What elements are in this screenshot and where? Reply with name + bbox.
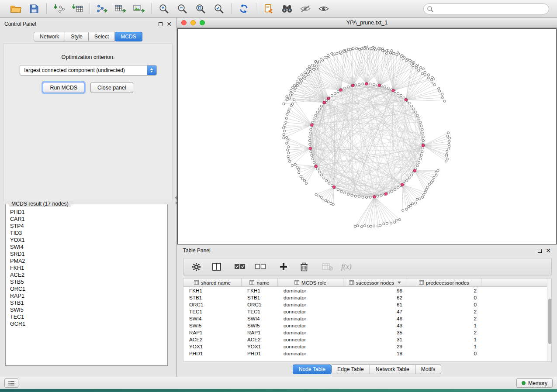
delete-table-icon	[322, 262, 333, 271]
close-panel-icon[interactable]: ✕	[166, 21, 172, 27]
tab-edge-table[interactable]: Edge Table	[332, 364, 370, 374]
table-row[interactable]: PHD1PHD1dominator180	[183, 350, 551, 357]
mcds-result-item[interactable]: STP4	[10, 223, 164, 230]
column-label: successor nodes	[356, 280, 394, 285]
network-nodes[interactable]	[282, 46, 450, 228]
column-header-successor-nodes[interactable]: successor nodes	[343, 279, 407, 286]
mcds-panel: Optimization criterion: largest connecte…	[3, 43, 173, 202]
export-network-button[interactable]	[96, 2, 109, 15]
import-table-button[interactable]	[71, 2, 84, 15]
tab-node-table[interactable]: Node Table	[293, 364, 332, 374]
network-titlebar[interactable]: YPA_prune.txt_1	[177, 18, 557, 28]
close-panel-button[interactable]: Close panel	[90, 82, 133, 93]
table-row[interactable]: ACE2ACE2connector311	[183, 336, 551, 343]
tab-select[interactable]: Select	[89, 32, 115, 41]
deselect-all-button[interactable]	[254, 260, 267, 273]
table-cell: 2	[407, 288, 481, 293]
mcds-result-item[interactable]: FKH1	[10, 265, 164, 272]
column-header-predecessor-nodes[interactable]: predecessor nodes	[407, 279, 481, 286]
add-column-button[interactable]	[277, 260, 290, 273]
task-list-icon	[8, 381, 15, 386]
table-cell: STB1	[183, 295, 242, 300]
zoom-in-button[interactable]	[157, 2, 170, 15]
mcds-result-item[interactable]: SWI5	[10, 306, 164, 313]
zoom-selected-button[interactable]	[212, 2, 225, 15]
run-mcds-button[interactable]: Run MCDS	[43, 82, 84, 93]
mcds-result-item[interactable]: PMA2	[10, 258, 164, 265]
open-session-button[interactable]	[9, 2, 22, 15]
tab-network[interactable]: Network	[34, 32, 65, 41]
mcds-result-item[interactable]: CAR1	[10, 216, 164, 223]
table-row[interactable]: ORC1ORC1dominator610	[183, 301, 551, 308]
show-graphics-button[interactable]	[317, 2, 330, 15]
splitter-handle[interactable]	[174, 196, 180, 206]
mcds-result-item[interactable]: STB5	[10, 279, 164, 285]
zoom-fit-button[interactable]	[194, 2, 207, 15]
select-all-button[interactable]	[233, 260, 246, 273]
sort-caret-icon[interactable]	[398, 282, 401, 284]
hide-annotations-button[interactable]	[299, 2, 312, 15]
mcds-result-item[interactable]: SWI4	[10, 244, 164, 251]
mcds-result-item[interactable]: TID3	[10, 230, 164, 237]
import-network-button[interactable]	[52, 2, 66, 15]
mcds-result-item[interactable]: SRD1	[10, 251, 164, 258]
refresh-button[interactable]	[237, 2, 250, 15]
search-input[interactable]	[423, 3, 549, 14]
task-history-button[interactable]	[4, 378, 18, 388]
table-cell: 1	[407, 323, 481, 328]
show-columns-button[interactable]	[210, 260, 223, 273]
table-settings-button[interactable]	[190, 260, 203, 273]
mcds-result-item[interactable]: RAP1	[10, 292, 164, 299]
table-cell: 2	[407, 330, 481, 335]
network-view[interactable]	[177, 28, 557, 244]
table-row[interactable]: RAP1RAP1dominator352	[183, 329, 551, 336]
table-row[interactable]: STB1STB1dominator620	[183, 294, 551, 301]
memory-button[interactable]: Memory	[516, 378, 553, 388]
mcds-result-item[interactable]: ACE2	[10, 272, 164, 279]
network-graph[interactable]	[178, 29, 556, 244]
mcds-result-item[interactable]: GCR1	[10, 320, 164, 327]
table-cell: 0	[407, 302, 481, 307]
export-table-button[interactable]	[114, 2, 127, 15]
float-panel-icon[interactable]	[159, 22, 163, 26]
table-row[interactable]: FKH1FKH1dominator962	[183, 287, 551, 294]
table-cell: 2	[407, 316, 481, 321]
mcds-result-item[interactable]: YOX1	[10, 237, 164, 244]
column-header-filler	[481, 279, 551, 286]
tab-mcds[interactable]: MCDS	[115, 32, 142, 41]
clone-network-button[interactable]	[262, 2, 275, 15]
scrollbar-thumb[interactable]	[548, 299, 551, 344]
table-cell: RAP1	[183, 330, 242, 335]
table-row[interactable]: SWI5SWI5connector431	[183, 322, 551, 329]
table-cell: 0	[407, 351, 481, 356]
memory-label: Memory	[528, 380, 547, 386]
mcds-result-item[interactable]: PHD1	[10, 209, 164, 216]
column-header-shared-name[interactable]: shared name	[183, 279, 242, 286]
table-row[interactable]: SWI4SWI4dominator462	[183, 315, 551, 322]
table-cell: 31	[343, 337, 407, 342]
float-table-panel-icon[interactable]	[538, 249, 542, 253]
mcds-result-list[interactable]: PHD1CAR1STP4TID3YOX1SWI4SRD1PMA2FKH1ACE2…	[10, 209, 164, 362]
mcds-result-item[interactable]: TEC1	[10, 313, 164, 320]
column-header-name[interactable]: name	[242, 279, 278, 286]
tab-motifs[interactable]: Motifs	[415, 364, 442, 374]
find-button[interactable]	[280, 2, 294, 15]
save-session-button[interactable]	[28, 2, 41, 15]
optimization-criterion-select[interactable]: largest connected component (undirected)	[20, 65, 157, 76]
table-scrollbar[interactable]	[547, 279, 551, 361]
zoom-out-icon	[177, 3, 187, 14]
delete-column-button[interactable]	[298, 260, 311, 273]
mcds-result-item[interactable]: ORC1	[10, 285, 164, 292]
mcds-result-item[interactable]: STB1	[10, 299, 164, 306]
table-row[interactable]: TEC1TEC1connector472	[183, 308, 551, 315]
table-row[interactable]: YOX1YOX1connector291	[183, 343, 551, 350]
close-table-panel-icon[interactable]: ✕	[546, 248, 551, 254]
zoom-out-button[interactable]	[176, 2, 189, 15]
column-label: shared name	[201, 280, 231, 285]
tab-style[interactable]: Style	[65, 32, 89, 41]
trash-icon	[300, 262, 308, 272]
column-header-mcds-role[interactable]: MCDS role	[278, 279, 343, 286]
tab-network-table[interactable]: Network Table	[370, 364, 415, 374]
export-image-button[interactable]	[132, 2, 145, 15]
node-table: shared name name MCDS role successor nod…	[183, 278, 552, 362]
